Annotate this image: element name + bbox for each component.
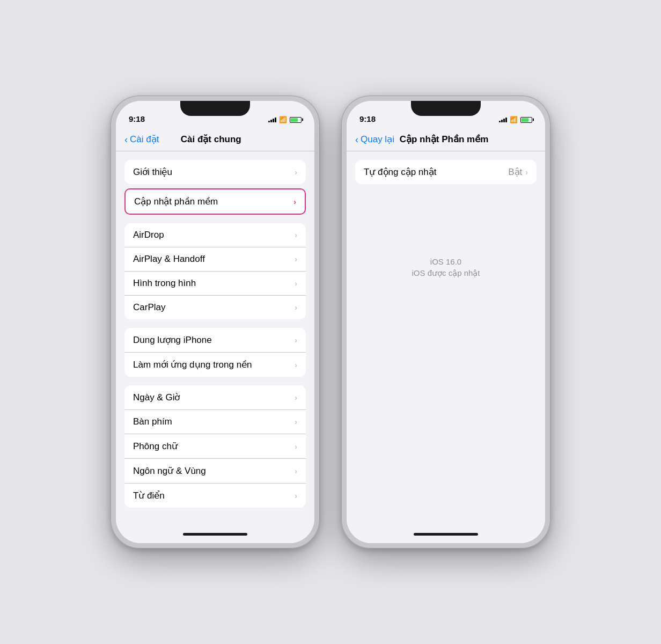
screen-content-1: Giới thiệu › Cập nhật phần mềm ›: [116, 151, 314, 525]
status-bar-2: 9:18 📶: [347, 101, 545, 128]
settings-card-1: Giới thiệu ›: [124, 160, 306, 184]
row-airdrop[interactable]: AirDrop ›: [124, 223, 306, 247]
settings-card-4: Ngày & Giờ › Bàn phím › Phông chữ › Ng: [124, 385, 306, 508]
settings-card-2: AirDrop › AirPlay & Handoff › Hình trong…: [124, 223, 306, 319]
screen-content-2: Tự động cập nhật Bật › iOS 16.0 iOS được…: [347, 151, 545, 525]
settings-group-3: Dung lượng iPhone › Làm mới ứng dụng tro…: [116, 328, 314, 377]
auto-update-card: Tự động cập nhật Bật ›: [355, 160, 537, 184]
row-label-ban-phim: Bàn phím: [133, 416, 295, 427]
signal-icon-2: [499, 118, 507, 122]
nav-title-1: Cài đặt chung: [132, 134, 290, 145]
wifi-icon-1: 📶: [279, 116, 287, 123]
row-tu-dien[interactable]: Từ điển ›: [124, 484, 306, 508]
row-label-airplay: AirPlay & Handoff: [133, 254, 295, 265]
update-version: iOS 16.0: [430, 257, 461, 266]
chevron-auto-update: ›: [525, 168, 528, 177]
chevron-airdrop: ›: [295, 231, 297, 239]
row-label-tu-dien: Từ điển: [133, 490, 295, 501]
row-label-auto-update: Tự động cập nhật: [364, 166, 508, 178]
status-bar-1: 9:18 📶: [116, 101, 314, 128]
chevron-ngon-ngu: ›: [295, 467, 297, 475]
row-dung-luong[interactable]: Dung lượng iPhone ›: [124, 328, 306, 353]
settings-group-4: Ngày & Giờ › Bàn phím › Phông chữ › Ng: [116, 385, 314, 508]
home-indicator-2: [347, 525, 545, 543]
chevron-ban-phim: ›: [295, 418, 297, 426]
status-icons-2: 📶: [499, 116, 532, 123]
chevron-airplay: ›: [295, 255, 297, 264]
nav-title-2: Cập nhật Phần mềm: [368, 134, 520, 145]
row-value-auto-update: Bật: [508, 166, 522, 178]
row-label-hinh-trong-hinh: Hình trong hình: [133, 278, 295, 289]
row-carplay[interactable]: CarPlay ›: [124, 296, 306, 319]
chevron-dung-luong: ›: [295, 336, 297, 345]
phone-1: 9:18 📶 ‹ Cà: [111, 96, 320, 548]
update-status: iOS 16.0 iOS được cập nhật: [347, 193, 545, 289]
row-gioi-thieu[interactable]: Giới thiệu ›: [124, 160, 306, 184]
row-cap-nhat[interactable]: Cập nhật phần mềm ›: [124, 188, 306, 215]
chevron-phong-chu: ›: [295, 442, 297, 451]
notch-1: [180, 101, 250, 116]
row-label-gioi-thieu: Giới thiệu: [133, 166, 295, 178]
highlighted-row-wrapper: Cập nhật phần mềm ›: [116, 188, 314, 215]
battery-icon-1: [290, 117, 302, 123]
row-lam-moi[interactable]: Làm mới ứng dụng trong nền ›: [124, 353, 306, 377]
row-label-carplay: CarPlay: [133, 302, 295, 313]
row-label-cap-nhat: Cập nhật phần mềm: [134, 196, 293, 207]
chevron-gioi-thieu: ›: [295, 168, 297, 177]
chevron-cap-nhat: ›: [293, 197, 296, 206]
row-ngay-gio[interactable]: Ngày & Giờ ›: [124, 385, 306, 410]
notch-2: [411, 101, 481, 116]
home-indicator-1: [116, 525, 314, 543]
settings-card-3: Dung lượng iPhone › Làm mới ứng dụng tro…: [124, 328, 306, 377]
home-bar-1: [183, 533, 247, 536]
nav-bar-1: ‹ Cài đặt Cài đặt chung: [116, 128, 314, 151]
row-auto-update[interactable]: Tự động cập nhật Bật ›: [355, 160, 537, 184]
chevron-ngay-gio: ›: [295, 393, 297, 402]
chevron-hinh-trong-hinh: ›: [295, 279, 297, 288]
chevron-lam-moi: ›: [295, 361, 297, 369]
time-2: 9:18: [359, 114, 376, 123]
chevron-carplay: ›: [295, 303, 297, 312]
row-label-airdrop: AirDrop: [133, 230, 295, 240]
back-chevron-1: ‹: [124, 135, 128, 144]
chevron-tu-dien: ›: [295, 492, 297, 500]
wifi-icon-2: 📶: [510, 116, 518, 123]
row-label-ngon-ngu: Ngôn ngữ & Vùng: [133, 465, 295, 477]
time-1: 9:18: [129, 114, 145, 123]
settings-group-2: AirDrop › AirPlay & Handoff › Hình trong…: [116, 223, 314, 319]
home-bar-2: [414, 533, 478, 536]
status-icons-1: 📶: [268, 116, 302, 123]
settings-group-1: Giới thiệu › Cập nhật phần mềm ›: [116, 160, 314, 215]
nav-bar-2: ‹ Quay lại Cập nhật Phần mềm: [347, 128, 545, 151]
row-phong-chu[interactable]: Phông chữ ›: [124, 434, 306, 459]
phones-container: 9:18 📶 ‹ Cà: [111, 96, 550, 548]
row-label-dung-luong: Dung lượng iPhone: [133, 334, 295, 346]
back-chevron-2: ‹: [355, 135, 358, 144]
row-ngon-ngu[interactable]: Ngôn ngữ & Vùng ›: [124, 459, 306, 484]
phone-2: 9:18 📶 ‹ Qu: [341, 96, 550, 548]
row-hinh-trong-hinh[interactable]: Hình trong hình ›: [124, 272, 306, 296]
battery-icon-2: [520, 117, 532, 123]
auto-update-group: Tự động cập nhật Bật ›: [347, 160, 545, 184]
row-airplay[interactable]: AirPlay & Handoff ›: [124, 247, 306, 272]
signal-icon-1: [268, 118, 276, 122]
row-label-lam-moi: Làm mới ứng dụng trong nền: [133, 359, 295, 370]
row-ban-phim[interactable]: Bàn phím ›: [124, 410, 306, 434]
row-label-ngay-gio: Ngày & Giờ: [133, 392, 295, 403]
row-label-phong-chu: Phông chữ: [133, 441, 295, 452]
update-message: iOS được cập nhật: [412, 268, 480, 278]
